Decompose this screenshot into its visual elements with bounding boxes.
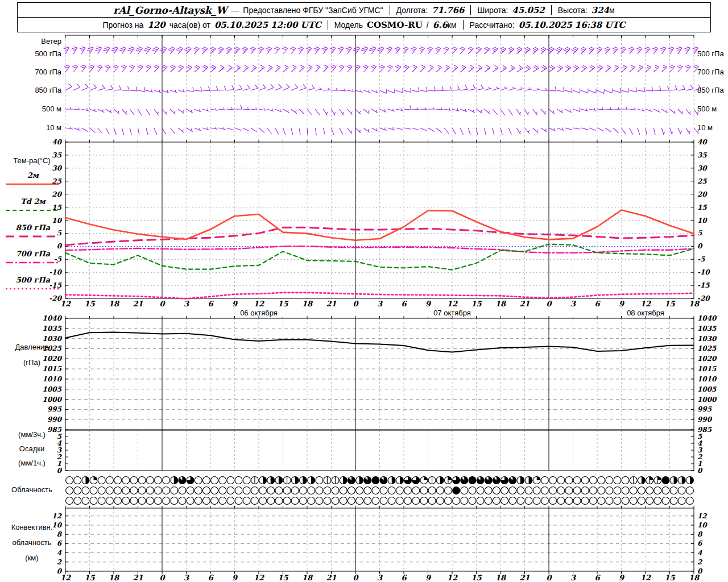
pressure-tick-right: 1020	[697, 355, 716, 362]
hour-label-top: 21	[324, 300, 340, 307]
pressure-tick-right: 1025	[697, 345, 716, 352]
hour-label-bottom: 21	[324, 574, 340, 581]
wind-level-label-right: 500 м	[697, 105, 717, 113]
temp-tick-left: -10	[49, 269, 61, 276]
altitude-value: 324	[592, 5, 609, 15]
pressure-tick-right: 1015	[697, 365, 716, 372]
forecast-label-2: часа(ов) от	[169, 20, 210, 30]
wind-level-label-left: 500 гПа	[35, 50, 61, 57]
model-resolution: 6.6	[433, 20, 448, 30]
pressure-tick-left: 1010	[43, 376, 61, 383]
hour-label-top: 21	[130, 300, 146, 307]
forecast-start-time: 05.10.2025 12:00 UTC	[214, 20, 321, 30]
hour-label-top: 15	[82, 300, 98, 307]
altitude-value-group: 324м	[592, 5, 615, 15]
hour-label-bottom: 18	[493, 574, 508, 581]
cloud-row-1	[66, 487, 694, 494]
pressure-tick-left: 990	[47, 416, 61, 423]
hour-label-bottom: 3	[565, 574, 581, 581]
temp-tick-left: 10	[52, 217, 61, 224]
temp-tick-right: 30	[697, 165, 707, 172]
hour-label-bottom: 6	[589, 574, 605, 581]
hour-label-top: 12	[638, 300, 653, 307]
convective-tick-right: 8	[697, 531, 702, 538]
wind-level-label-right: 500 гПа	[697, 50, 724, 57]
temp-tick-right: 25	[697, 178, 707, 185]
hour-label-top: 6	[589, 300, 605, 307]
pressure-tick-left: 1000	[43, 396, 61, 403]
hour-label-top: 21	[517, 300, 533, 307]
hour-label-top: 12	[57, 300, 73, 307]
hour-label-top: 15	[275, 300, 291, 307]
hour-label-bottom: 12	[638, 574, 653, 581]
wind-level-label-right: 10 м	[697, 124, 713, 131]
pressure-tick-right: 1000	[697, 396, 716, 403]
convective-tick-right: 10	[697, 522, 707, 529]
wind-level-label-right: 850 гПа	[697, 86, 724, 94]
legend-label-700 гПа: 700 гПа	[5, 250, 61, 257]
temp-tick-right: 15	[697, 204, 707, 211]
hour-label-bottom: 0	[541, 574, 557, 581]
altitude-label: Высота:	[558, 6, 588, 15]
hour-label-bottom: 0	[348, 574, 363, 581]
hour-label-top: 18	[106, 300, 122, 307]
temp-tick-right: 0	[697, 243, 702, 250]
pressure-tick-right: 1005	[697, 386, 716, 393]
pressure-tick-left: 1015	[43, 365, 61, 372]
wind-barbs-level-3	[65, 105, 698, 116]
hour-label-top: 0	[348, 300, 363, 307]
temp-tick-left: 35	[52, 152, 61, 159]
hour-label-top: 12	[251, 300, 267, 307]
legend-label-500 гПа: 500 гПа	[5, 276, 61, 284]
convective-tick-right: 2	[697, 559, 702, 566]
convective-tick-right: 4	[697, 550, 702, 556]
pressure-tick-right: 1035	[697, 325, 716, 332]
temp-tick-right: 10	[697, 217, 707, 224]
legend-label-850 гПа: 850 гПа	[5, 224, 61, 231]
temp-tick-right: 35	[697, 152, 707, 159]
pressure-panel	[0, 318, 728, 430]
wind-level-label-left: 700 гПа	[35, 68, 61, 76]
model-name: COSMO-RU	[367, 20, 423, 30]
hour-label-top: 0	[154, 300, 170, 307]
temp-tick-left: 40	[52, 139, 61, 146]
temp-tick-right: -15	[697, 282, 710, 289]
legend-label-2м: 2м	[5, 172, 61, 179]
temp-tick-left: 20	[52, 191, 61, 198]
hour-label-top: 9	[420, 300, 436, 307]
calculated-time: 05.10.2025 16:38 UTC	[519, 20, 626, 30]
hour-label-top: 18	[299, 300, 315, 307]
convective-tick-right: 0	[697, 568, 702, 575]
hour-label-top: 6	[396, 300, 412, 307]
wind-barbs-level-1	[64, 65, 699, 72]
forecast-hours: 120	[147, 20, 165, 30]
forecast-label-1: Прогноз на	[102, 20, 143, 30]
convective-tick-left: 2	[57, 559, 61, 566]
temp-tick-right: 5	[697, 230, 702, 236]
wind-barbs-level-4	[65, 127, 698, 135]
hour-label-bottom: 0	[154, 574, 170, 581]
date-label: 06 октября	[225, 309, 293, 317]
hour-label-bottom: 21	[517, 574, 533, 581]
hour-label-bottom: 3	[372, 574, 388, 581]
header-separator	[390, 5, 390, 15]
hour-label-top: 15	[469, 300, 485, 307]
convective-tick-left: 8	[57, 531, 61, 538]
wind-panel	[0, 35, 728, 141]
latitude-label: Широта:	[477, 6, 508, 15]
convective-tick-left: 6	[57, 540, 61, 547]
precip-tick-left: 0	[57, 467, 61, 474]
hour-label-top: 15	[662, 300, 678, 307]
wind-level-label-right: 700 гПа	[697, 68, 724, 76]
hour-label-bottom: 21	[130, 574, 146, 581]
date-label: 07 октября	[418, 309, 486, 317]
calculated-label: Рассчитано:	[470, 20, 515, 30]
convective-tick-left: 12	[52, 513, 61, 519]
hour-label-bottom: 6	[202, 574, 218, 581]
header-separator	[463, 20, 464, 30]
altitude-unit: м	[609, 6, 615, 15]
pressure-tick-left: 1020	[43, 355, 61, 362]
pressure-tick-left: 1030	[43, 335, 61, 342]
temp-tick-right: 40	[697, 139, 707, 146]
model-resolution-group: 6.6км	[433, 20, 457, 30]
